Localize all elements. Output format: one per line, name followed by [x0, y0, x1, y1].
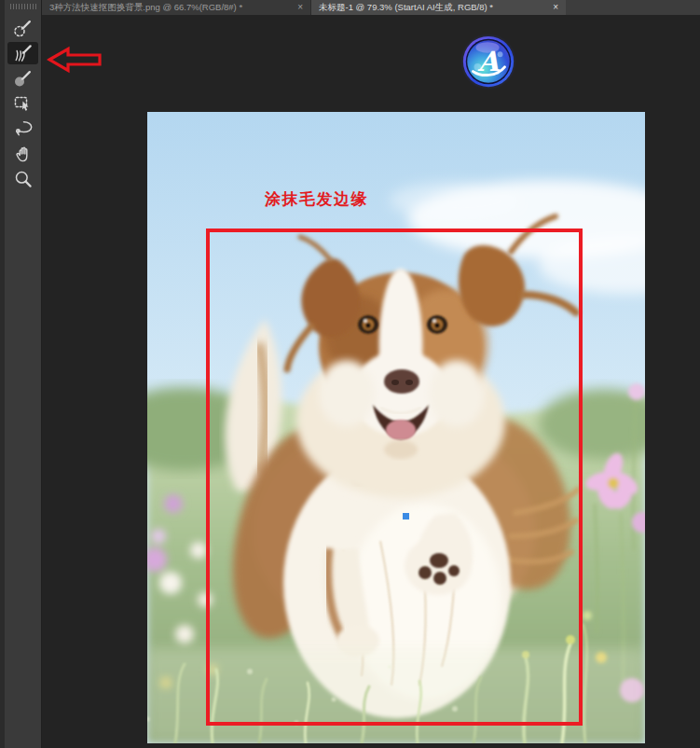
close-icon[interactable]: × — [297, 3, 303, 12]
hand-tool-button[interactable] — [7, 143, 38, 165]
object-selection-tool-button[interactable] — [7, 92, 38, 115]
hand-icon — [13, 144, 34, 164]
refine-edge-brush-icon — [13, 43, 34, 63]
document-canvas[interactable]: 涂抹毛发边缘 — [147, 112, 645, 743]
tab-document-1[interactable]: 3种方法快速抠图换背景.png @ 66.7%(RGB/8#) * × — [42, 0, 311, 15]
zoom-icon — [13, 169, 34, 189]
blue-anchor-point[interactable] — [403, 513, 409, 519]
select-and-mask-workspace: { "tabs": [ {"title": "3种方法快速抠图换背景.png @… — [0, 0, 700, 748]
quick-selection-icon — [13, 18, 34, 38]
brush-icon — [13, 68, 34, 89]
brush-tool-button[interactable] — [7, 67, 38, 90]
refine-edge-brush-tool-button[interactable] — [7, 42, 38, 64]
highlight-rectangle-annotation — [206, 229, 583, 726]
tools-panel — [0, 0, 42, 748]
tab-document-2[interactable]: 未标题-1 @ 79.3% (StartAI AI生成, RGB/8) * × — [311, 0, 566, 15]
quick-selection-tool-button[interactable] — [7, 17, 38, 39]
tab-title: 3种方法快速抠图换背景.png @ 66.7%(RGB/8#) * — [49, 2, 291, 14]
close-icon[interactable]: × — [553, 3, 558, 12]
tab-title: 未标题-1 @ 79.3% (StartAI AI生成, RGB/8) * — [319, 2, 546, 14]
lasso-tool-button[interactable] — [7, 118, 38, 140]
zoom-tool-button[interactable] — [7, 168, 38, 190]
lasso-icon — [13, 118, 34, 139]
document-tab-bar: 3种方法快速抠图换背景.png @ 66.7%(RGB/8#) * × 未标题-… — [42, 0, 700, 15]
arrow-annotation-icon — [47, 46, 103, 74]
object-selection-icon — [13, 93, 34, 114]
startai-logo: A — [460, 33, 517, 90]
smear-label-annotation: 涂抹毛发边缘 — [265, 188, 368, 210]
panel-grip[interactable] — [10, 4, 36, 9]
